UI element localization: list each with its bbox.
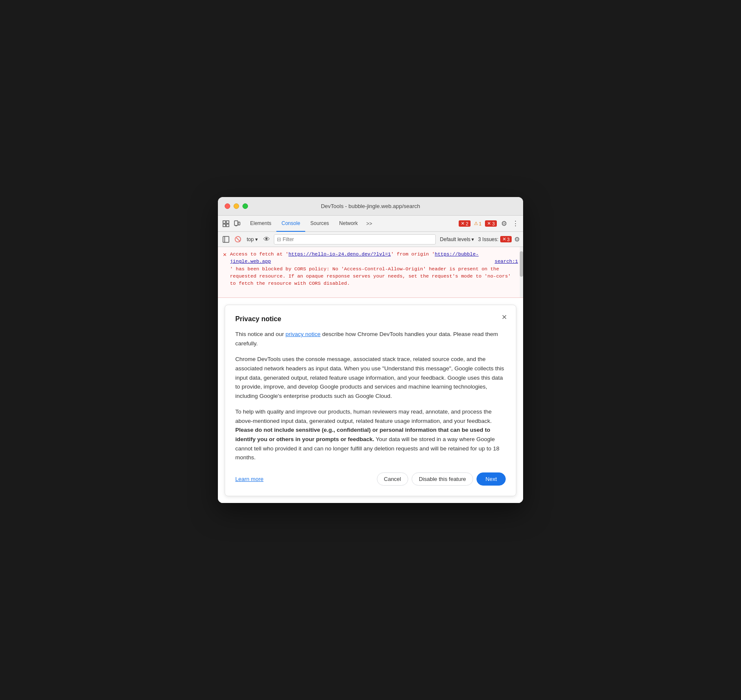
error-icon-2: ✕ [487,221,491,226]
devtools-window: DevTools - bubble-jingle.web.app/search [218,197,523,503]
modal-paragraph-1: This notice and our privacy notice descr… [235,330,506,348]
inspect-icon[interactable] [221,219,231,228]
traffic-lights [225,203,248,209]
context-label: top [247,236,254,242]
tab-sources[interactable]: Sources [305,216,334,232]
chevron-down-icon: ▾ [255,236,258,242]
console-error-area: ✕ Access to fetch at 'https://hello-io-2… [218,247,523,298]
levels-selector[interactable]: Default levels ▾ [438,236,476,243]
error-icon-1: ✕ [461,221,465,226]
error-badge-2[interactable]: ✕ 3 [485,220,497,227]
filter-bar: ⊟ [274,234,436,244]
levels-chevron-icon: ▾ [471,236,474,242]
modal-paragraph-2: Chrome DevTools uses the console message… [235,355,506,400]
svg-rect-4 [234,221,238,225]
context-selector[interactable]: top ▾ [245,236,259,243]
warning-icon: ⚠ [474,221,478,226]
console-toolbar: 🚫 top ▾ 👁 ⊟ Default levels ▾ 3 Issues: ✕… [218,232,523,247]
warning-badge[interactable]: ⚠ 1 [474,221,482,226]
error-source-link[interactable]: search:1 [495,258,518,265]
tab-bar-icons [221,219,242,228]
svg-rect-1 [226,221,229,223]
svg-rect-7 [223,236,229,242]
console-settings-icon[interactable]: ⚙ [514,236,520,243]
svg-rect-3 [226,224,229,227]
scrollbar-thumb[interactable] [520,251,523,277]
error-badge-1[interactable]: ✕ 2 [459,220,471,227]
learn-more-link[interactable]: Learn more [235,476,263,482]
disable-feature-button[interactable]: Disable this feature [412,472,473,486]
tab-console[interactable]: Console [276,216,305,232]
error-circle-icon: ✕ [223,251,226,258]
minimize-button[interactable] [234,203,239,209]
error-text-rest: ' has been blocked by CORS policy: No 'A… [230,266,511,286]
sidebar-toggle-icon[interactable] [221,235,231,244]
issues-count: 3 [507,237,510,242]
window-title: DevTools - bubble-jingle.web.app/search [321,203,420,209]
issues-count-badge: ✕ 3 [500,236,512,242]
next-button[interactable]: Next [476,472,506,486]
privacy-notice-card: Privacy notice ✕ This notice and our pri… [225,305,516,496]
scrollbar-track [520,247,523,297]
error-text-pre: Access to fetch at ' [230,251,288,257]
modal-p3-pre: To help with quality and improve our pro… [235,408,492,424]
settings-icon[interactable]: ⚙ [500,219,508,228]
svg-rect-2 [223,224,226,227]
error-message: Access to fetch at 'https://hello-io-24.… [230,250,518,287]
modal-footer: Learn more Cancel Disable this feature N… [235,472,506,486]
error-row: ✕ Access to fetch at 'https://hello-io-2… [223,250,518,287]
modal-p1-pre: This notice and our [235,331,286,337]
issues-badge[interactable]: 3 Issues: ✕ 3 [478,236,512,242]
tab-bar-right: ✕ 2 ⚠ 1 ✕ 3 ⚙ ⋮ [459,219,520,228]
modal-close-button[interactable]: ✕ [499,312,509,322]
devtools-panel: Elements Console Sources Network >> ✕ 2 … [218,216,523,503]
close-button[interactable] [225,203,230,209]
modal-footer-left: Learn more [235,475,373,483]
eye-icon[interactable]: 👁 [262,235,271,244]
tab-network[interactable]: Network [334,216,363,232]
levels-label: Default levels [440,236,471,242]
issues-x-icon: ✕ [502,236,506,242]
title-bar: DevTools - bubble-jingle.web.app/search [218,197,523,216]
cancel-button[interactable]: Cancel [377,472,408,486]
maximize-button[interactable] [242,203,248,209]
filter-input[interactable] [283,236,433,242]
svg-rect-0 [223,221,226,223]
warning-count: 1 [479,221,482,226]
error-url-link[interactable]: https://hello-io-24.deno.dev/?lvl=1 [288,251,391,257]
error-count-1: 2 [466,221,468,226]
error-count-2: 3 [492,221,495,226]
clear-console-icon[interactable]: 🚫 [233,235,242,244]
tab-bar: Elements Console Sources Network >> ✕ 2 … [218,216,523,232]
issues-label: 3 Issues: [478,236,499,242]
modal-body: This notice and our privacy notice descr… [235,330,506,462]
modal-title: Privacy notice [235,315,506,323]
privacy-notice-link[interactable]: privacy notice [286,331,321,337]
svg-rect-5 [238,222,240,225]
modal-paragraph-3: To help with quality and improve our pro… [235,407,506,462]
more-options-icon[interactable]: ⋮ [511,219,520,228]
device-icon[interactable] [232,219,242,228]
modal-overlay: Privacy notice ✕ This notice and our pri… [218,298,523,503]
filter-icon: ⊟ [277,236,281,242]
tab-elements[interactable]: Elements [245,216,276,232]
tab-more[interactable]: >> [363,221,376,227]
error-text-mid: ' from origin ' [391,251,435,257]
